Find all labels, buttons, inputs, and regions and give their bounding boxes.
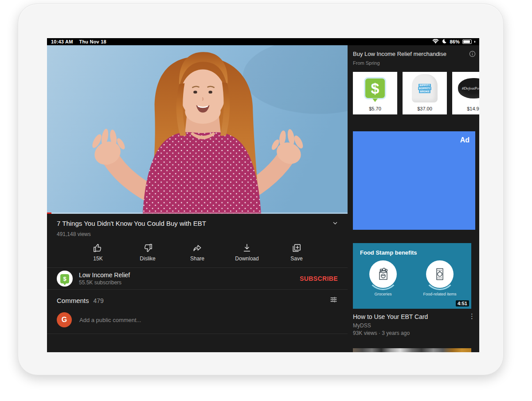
subscribe-button[interactable]: SUBSCRIBE xyxy=(300,275,338,282)
share-button[interactable]: Share xyxy=(184,243,211,262)
view-count: 491,148 views xyxy=(47,228,348,237)
ad-label: Ad xyxy=(460,136,469,144)
hoodie-graphic: BIPPITY BOPPITY BROKE xyxy=(412,74,438,102)
product-image: BIPPITY BOPPITY BROKE xyxy=(403,72,447,105)
battery-percent: 86% xyxy=(450,39,460,44)
comments-count: 479 xyxy=(94,297,104,304)
suggested-video-channel: MyDSS xyxy=(353,322,479,329)
thumbnail-circles: Groceries Food-related items xyxy=(360,260,471,296)
ad-banner[interactable]: Ad xyxy=(353,131,475,230)
download-button[interactable]: Download xyxy=(233,243,261,262)
download-icon xyxy=(242,243,252,253)
merch-subtitle: From Spring xyxy=(353,60,479,66)
action-bar: 15K Dislike Share Download xyxy=(47,243,348,262)
status-time: 10:43 AM xyxy=(51,39,73,44)
status-icons: 86% xyxy=(432,39,475,45)
comment-compose-row: G Add a public comment... xyxy=(47,306,348,334)
merch-card-list: $ $5.70 BIPPITY BOPPITY BROKE xyxy=(353,72,479,114)
thumbnail-item-groceries: Groceries xyxy=(364,260,402,296)
fanny-pack-print-text: #DefeatPoverty xyxy=(462,86,479,90)
page: 10:43 AM Thu Nov 18 86% xyxy=(0,0,532,401)
info-icon[interactable] xyxy=(469,51,476,59)
battery-nub xyxy=(474,41,475,43)
thumbs-down-icon xyxy=(143,243,153,253)
fanny-pack-graphic: #DefeatPoverty xyxy=(458,78,479,98)
thumbnail-item-food-related: Food-related items xyxy=(421,260,458,296)
dollar-bubble-icon: $ xyxy=(60,274,69,283)
hoodie-print-text: BIPPITY BOPPITY BROKE xyxy=(418,84,431,93)
dislike-button[interactable]: Dislike xyxy=(134,243,161,262)
duration-badge: 4:51 xyxy=(456,300,469,307)
like-button[interactable]: 15K xyxy=(84,243,112,262)
save-icon xyxy=(292,243,301,253)
video-player[interactable] xyxy=(47,45,348,214)
product-price: $37.00 xyxy=(417,106,432,111)
comments-sort-button[interactable] xyxy=(329,295,338,306)
video-title: 7 Things You Didn't Know You Could Buy w… xyxy=(57,220,206,227)
main-column: 7 Things You Didn't Know You Could Buy w… xyxy=(47,45,348,352)
channel-name: Low Income Relief xyxy=(79,271,130,279)
content: 7 Things You Didn't Know You Could Buy w… xyxy=(47,45,479,352)
dollar-logo-icon: $ xyxy=(364,77,386,99)
channel-info: Low Income Relief 55.5K subscribers xyxy=(79,271,130,286)
product-image: #DefeatPoverty xyxy=(452,72,479,105)
sidebar: Buy Low Income Relief merchandise From S… xyxy=(348,45,479,352)
food-box-icon xyxy=(426,260,454,288)
save-label: Save xyxy=(290,256,302,262)
suggested-video-meta: How to Use Your EBT Card ⋮ xyxy=(353,313,475,320)
tune-icon xyxy=(329,295,338,304)
product-image: $ xyxy=(353,72,397,105)
channel-subscribers: 55.5K subscribers xyxy=(79,279,130,286)
video-frame-illustration xyxy=(47,45,348,214)
kebab-menu-icon[interactable]: ⋮ xyxy=(469,313,475,320)
user-avatar[interactable]: G xyxy=(57,312,72,327)
thumbs-up-icon xyxy=(93,243,103,253)
dislike-label: Dislike xyxy=(140,256,155,262)
save-button[interactable]: Save xyxy=(283,243,310,262)
product-price: $5.70 xyxy=(369,106,381,111)
channel-avatar[interactable]: $ xyxy=(57,271,73,287)
merch-title: Buy Low Income Relief merchandise xyxy=(353,51,446,57)
suggested-video-thumbnail[interactable]: Food Stamp benefits Groceries xyxy=(353,243,471,309)
video-progress-played xyxy=(47,212,51,214)
thumbnail-heading: Food Stamp benefits xyxy=(360,249,471,256)
tablet-frame: 10:43 AM Thu Nov 18 86% xyxy=(18,4,504,375)
video-progress-bar[interactable] xyxy=(47,212,348,214)
download-label: Download xyxy=(235,256,258,262)
comment-input[interactable]: Add a public comment... xyxy=(79,317,141,323)
suggested-video-title[interactable]: How to Use Your EBT Card xyxy=(353,313,459,320)
merch-header: Buy Low Income Relief merchandise xyxy=(353,45,479,59)
grocery-bag-icon xyxy=(369,260,397,288)
thumbnail-label: Groceries xyxy=(374,292,391,296)
status-date: Thu Nov 18 xyxy=(79,39,106,44)
merch-card-fanny-pack[interactable]: #DefeatPoverty $14.99 xyxy=(452,72,479,114)
battery-icon xyxy=(462,39,472,44)
divider xyxy=(47,334,348,334)
channel-row[interactable]: $ Low Income Relief 55.5K subscribers SU… xyxy=(47,268,348,289)
next-video-thumbnail-partial[interactable] xyxy=(353,348,471,352)
comments-header: Comments 479 xyxy=(47,290,348,306)
like-count: 15K xyxy=(93,256,102,262)
suggested-video-stats: 93K views · 3 years ago xyxy=(353,330,479,336)
merch-card-dollar-logo[interactable]: $ $5.70 xyxy=(353,72,397,114)
merch-card-hoodie[interactable]: BIPPITY BOPPITY BROKE $37.00 xyxy=(403,72,447,114)
moon-icon xyxy=(442,39,447,45)
screen: 10:43 AM Thu Nov 18 86% xyxy=(47,38,479,352)
wifi-icon xyxy=(432,39,439,45)
share-icon xyxy=(192,243,202,253)
comments-title: Comments xyxy=(57,297,89,304)
share-label: Share xyxy=(190,256,204,262)
status-bar: 10:43 AM Thu Nov 18 86% xyxy=(47,38,479,45)
product-price: $14.99 xyxy=(467,106,479,111)
chevron-down-icon[interactable] xyxy=(332,220,339,228)
thumbnail-label: Food-related items xyxy=(423,292,456,296)
